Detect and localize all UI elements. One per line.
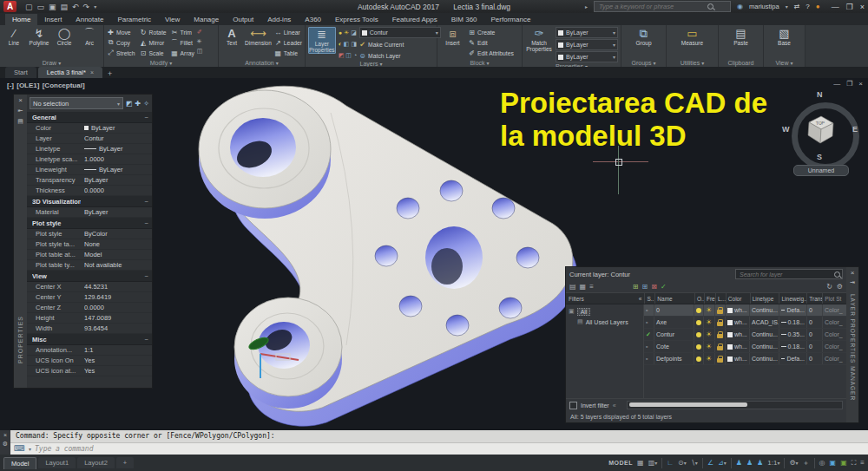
layer-off-icon[interactable]: ● — [339, 29, 342, 36]
viewport-visual-style-control[interactable]: [Conceptual] — [43, 82, 85, 89]
property-row[interactable]: Layer Contur − — [27, 134, 152, 144]
property-value[interactable]: Not available — [84, 261, 152, 269]
layer-plot-style-cell[interactable]: Color_ — [823, 317, 846, 328]
section-collapse-icon[interactable]: − — [145, 272, 152, 280]
ribbon-small-button[interactable]: ↔ Linear — [274, 27, 302, 37]
ribbon-small-button[interactable]: ✐ Edit Attributes — [468, 48, 514, 58]
ribbon-tab[interactable]: Output — [226, 14, 260, 25]
layer-lineweight-cell[interactable]: Defa... — [779, 353, 807, 364]
search-icon[interactable] — [834, 271, 840, 278]
file-tab-document[interactable]: Lectia 3 final* × — [38, 67, 102, 78]
ribbon-tab[interactable]: View — [158, 14, 187, 25]
property-value[interactable]: 129.6419 — [84, 293, 152, 301]
make-current-button[interactable]: ◐◧◨ ✔ Make Current — [339, 39, 441, 49]
layer-row[interactable]: ▫ Cote ☀ wh... Continu... 0.18... 0 Colo… — [644, 341, 846, 353]
search-scope-icon[interactable]: ▸ — [585, 3, 588, 10]
panel-label-block[interactable]: Block▾ — [437, 58, 522, 67]
measure-button[interactable]: ▭ Measure — [680, 27, 705, 46]
property-row[interactable]: Plot table ty... Not available − — [27, 260, 152, 271]
property-row[interactable]: Height 147.0089 − — [27, 313, 152, 324]
minimize-icon[interactable]: — — [832, 3, 839, 11]
layer-lock-icon[interactable] — [715, 304, 726, 316]
property-row[interactable]: Lineweight ByLayer − — [27, 165, 152, 175]
hardware-acceleration-icon[interactable]: ▣ — [830, 459, 837, 467]
ribbon-tab[interactable]: BIM 360 — [444, 14, 484, 25]
match-layer-button[interactable]: ◩◫◔ ⊜ Match Layer — [339, 50, 441, 61]
erase-icon[interactable]: ✐ — [197, 28, 203, 36]
layer-color-cell[interactable]: wh... — [726, 317, 750, 328]
property-value[interactable]: 44.5231 — [84, 283, 152, 291]
column-lock[interactable]: L... — [716, 293, 727, 304]
select-objects-icon[interactable]: ✚ — [135, 100, 141, 108]
explode-icon[interactable]: ✳ — [197, 37, 203, 46]
property-row[interactable]: Transparency ByLayer − — [27, 175, 152, 186]
column-color[interactable]: Color — [727, 293, 751, 304]
column-lineweight[interactable]: Lineweig... — [779, 293, 807, 304]
property-value[interactable]: Model — [84, 251, 152, 258]
layer-properties-button[interactable]: ≣ Layer Properties — [308, 27, 336, 54]
layer-freeze-icon[interactable]: ☀ — [704, 329, 715, 340]
viewport-restore-icon[interactable]: ❐ — [846, 80, 852, 88]
layer-lineweight-cell[interactable]: 0.35... — [779, 329, 807, 340]
section-collapse-icon[interactable]: − — [145, 198, 152, 206]
property-value[interactable]: 0.0000 — [84, 186, 152, 194]
layer-on-icon[interactable] — [694, 353, 704, 364]
property-value[interactable]: ByColor — [84, 230, 152, 238]
layer-plot-style-cell[interactable]: Color_ — [823, 329, 846, 340]
autoscale-icon[interactable]: ♟ — [746, 459, 753, 467]
ribbon-tab[interactable]: Manage — [187, 14, 226, 25]
layer-on-icon[interactable] — [694, 329, 704, 340]
layout-tab[interactable]: Layout1 — [38, 457, 76, 468]
layer-name[interactable]: Axe — [654, 317, 694, 328]
property-row[interactable]: Plot style ta... None − — [27, 239, 152, 250]
ribbon-button[interactable]: ↯ Polyline — [28, 27, 50, 46]
layer-status-cell[interactable]: ▫ — [644, 353, 654, 364]
property-row[interactable]: View − — [27, 271, 152, 282]
column-transparency[interactable]: Trans... — [807, 293, 823, 304]
close-tab-icon[interactable]: × — [90, 69, 94, 75]
ribbon-small-button[interactable]: ▦ Table — [274, 48, 302, 58]
layer-row[interactable]: ▫ 0 ☀ wh... Continu... Defa... 0 Color_ — [644, 304, 846, 317]
graphics-performance-icon[interactable]: ▣ — [840, 459, 847, 467]
isolate-objects-icon[interactable]: ◎ — [819, 459, 825, 467]
restore-icon[interactable]: ❐ — [846, 3, 853, 11]
property-value[interactable]: 0.0000 — [84, 304, 152, 311]
layer-status-cell[interactable]: ▫ — [644, 304, 654, 316]
layer-color-cell[interactable]: wh... — [726, 329, 750, 340]
close-icon[interactable]: × — [3, 432, 7, 438]
layer-linetype-cell[interactable]: Continu... — [750, 341, 779, 352]
named-view-button[interactable]: Unnamed — [793, 165, 849, 176]
open-file-icon[interactable]: ▭ — [37, 3, 45, 11]
property-row[interactable]: Center Z 0.0000 − — [27, 303, 152, 313]
property-value[interactable]: ByLayer — [84, 166, 152, 173]
layer-name[interactable]: Cote — [654, 341, 694, 352]
layer-color-cell[interactable]: wh... — [726, 341, 750, 352]
property-row[interactable]: Plot table at... Model − — [27, 250, 152, 260]
viewport-minimize-icon[interactable]: — — [833, 80, 840, 88]
match-properties-button[interactable]: ✑ Match Properties — [525, 27, 553, 52]
layer-status-cell[interactable]: ▫ — [644, 341, 654, 352]
customize-icon[interactable]: ⚙ — [3, 441, 8, 448]
layer-color-cell[interactable]: wh... — [726, 304, 750, 316]
paste-button[interactable]: ▤ Paste — [728, 27, 753, 46]
panel-label-groups[interactable]: Groups▾ — [621, 58, 666, 67]
panel-label-layers[interactable]: Layers▾ — [306, 61, 437, 67]
compass-north[interactable]: N — [817, 90, 823, 99]
new-property-filter-icon[interactable]: ▤ — [569, 283, 576, 291]
layer-row[interactable]: ▫ Defpoints ☀ wh... Continu... Defa... 0… — [644, 353, 846, 365]
panel-label-draw[interactable]: Draw▾ — [0, 58, 103, 67]
ribbon-small-button[interactable]: ⊡ Scale — [140, 48, 167, 58]
layer-linetype-cell[interactable]: Continu... — [750, 304, 779, 316]
viewcube[interactable]: N W E S TOP Unnamed — [779, 88, 862, 186]
help-icon[interactable]: ? — [806, 3, 809, 10]
property-value[interactable]: 1.0000 — [84, 155, 152, 163]
layer-isolate-icon[interactable]: ◪ — [351, 29, 357, 36]
new-tab-icon[interactable]: + — [104, 69, 115, 78]
grid-icon[interactable]: ▦ — [637, 459, 644, 467]
isodraft-icon[interactable]: ∖▾ — [691, 459, 698, 467]
panel-label-utilities[interactable]: Utilities▾ — [667, 58, 718, 67]
layer-lineweight-cell[interactable]: 0.18... — [779, 341, 807, 352]
autodesk-account-icon[interactable]: ● — [816, 3, 820, 10]
layer-lock-icon[interactable] — [715, 341, 726, 352]
layer-plot-style-cell[interactable]: Color_ — [823, 304, 846, 316]
